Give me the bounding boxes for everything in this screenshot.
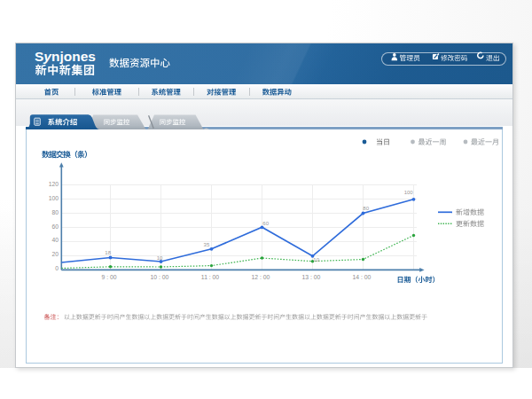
svg-text:20: 20	[51, 251, 59, 257]
svg-text:12 : 00: 12 : 00	[252, 274, 270, 280]
svg-text:14 : 00: 14 : 00	[353, 274, 372, 280]
svg-text:9 : 00: 9 : 00	[101, 274, 116, 280]
svg-text:60: 60	[262, 221, 269, 226]
svg-text:10: 10	[313, 257, 319, 262]
svg-text:10 : 00: 10 : 00	[151, 274, 169, 280]
svg-text:40: 40	[51, 237, 59, 243]
svg-text:60: 60	[51, 223, 59, 230]
svg-text:80: 80	[363, 206, 369, 211]
svg-text:0: 0	[55, 265, 59, 271]
svg-text:11 : 00: 11 : 00	[201, 274, 220, 280]
svg-text:13 : 00: 13 : 00	[302, 274, 321, 280]
svg-text:100: 100	[404, 190, 414, 195]
svg-text:18: 18	[105, 250, 111, 255]
svg-text:80: 80	[51, 209, 59, 215]
svg-text:100: 100	[49, 195, 59, 201]
svg-text:35: 35	[204, 242, 210, 247]
svg-text:10: 10	[157, 255, 163, 261]
svg-text:120: 120	[49, 181, 59, 187]
